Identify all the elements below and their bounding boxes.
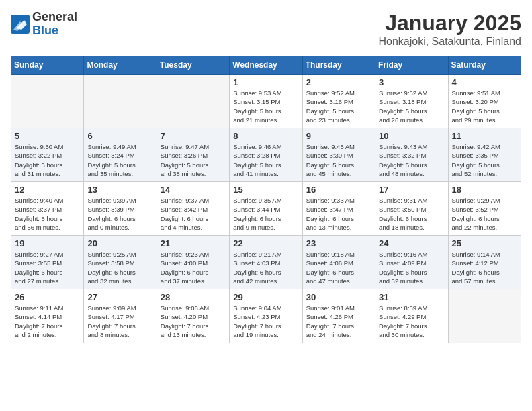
day-number: 24 <box>379 238 444 248</box>
day-info: Sunrise: 9:35 AM Sunset: 3:44 PM Dayligh… <box>233 196 298 232</box>
day-number: 16 <box>306 185 371 195</box>
calendar-day-cell: 2Sunrise: 9:52 AM Sunset: 3:16 PM Daylig… <box>302 75 375 128</box>
day-info: Sunrise: 9:21 AM Sunset: 4:03 PM Dayligh… <box>233 250 298 285</box>
day-info: Sunrise: 9:52 AM Sunset: 3:18 PM Dayligh… <box>379 89 444 124</box>
day-number: 19 <box>15 238 80 248</box>
calendar-day-cell: 18Sunrise: 9:29 AM Sunset: 3:52 PM Dayli… <box>448 182 521 236</box>
day-number: 5 <box>15 131 80 141</box>
day-info: Sunrise: 9:01 AM Sunset: 4:26 PM Dayligh… <box>306 304 371 339</box>
calendar-day-cell: 30Sunrise: 9:01 AM Sunset: 4:26 PM Dayli… <box>302 289 375 343</box>
calendar-day-cell: 24Sunrise: 9:16 AM Sunset: 4:09 PM Dayli… <box>375 236 448 289</box>
day-info: Sunrise: 9:37 AM Sunset: 3:42 PM Dayligh… <box>161 196 226 232</box>
calendar-day-cell <box>11 75 84 128</box>
day-info: Sunrise: 9:25 AM Sunset: 3:58 PM Dayligh… <box>87 250 152 285</box>
calendar-week-row: 5Sunrise: 9:50 AM Sunset: 3:22 PM Daylig… <box>11 128 521 182</box>
calendar-day-cell: 28Sunrise: 9:06 AM Sunset: 4:20 PM Dayli… <box>157 289 229 343</box>
day-number: 4 <box>452 77 517 87</box>
calendar-day-cell: 16Sunrise: 9:33 AM Sunset: 3:47 PM Dayli… <box>302 182 375 236</box>
day-number: 22 <box>233 238 298 248</box>
calendar-day-cell: 29Sunrise: 9:04 AM Sunset: 4:23 PM Dayli… <box>230 289 302 343</box>
day-info: Sunrise: 9:06 AM Sunset: 4:20 PM Dayligh… <box>161 304 226 339</box>
day-number: 11 <box>452 131 517 141</box>
day-info: Sunrise: 9:43 AM Sunset: 3:32 PM Dayligh… <box>379 142 444 178</box>
calendar-day-cell: 19Sunrise: 9:27 AM Sunset: 3:55 PM Dayli… <box>11 236 84 289</box>
day-info: Sunrise: 9:45 AM Sunset: 3:30 PM Dayligh… <box>306 142 371 178</box>
title-section: January 2025 Honkajoki, Satakunta, Finla… <box>378 11 521 48</box>
calendar-week-row: 26Sunrise: 9:11 AM Sunset: 4:14 PM Dayli… <box>11 289 521 343</box>
day-header-sunday: Sunday <box>11 56 84 75</box>
calendar-day-cell: 8Sunrise: 9:46 AM Sunset: 3:28 PM Daylig… <box>230 128 302 182</box>
day-number: 15 <box>233 185 298 195</box>
day-header-monday: Monday <box>84 56 157 75</box>
logo-text: General Blue <box>32 11 77 38</box>
day-number: 7 <box>161 131 226 141</box>
day-info: Sunrise: 9:39 AM Sunset: 3:39 PM Dayligh… <box>87 196 152 232</box>
day-number: 31 <box>379 292 444 302</box>
calendar-day-cell: 7Sunrise: 9:47 AM Sunset: 3:26 PM Daylig… <box>157 128 229 182</box>
day-info: Sunrise: 9:49 AM Sunset: 3:24 PM Dayligh… <box>87 142 152 178</box>
calendar-day-cell: 23Sunrise: 9:18 AM Sunset: 4:06 PM Dayli… <box>302 236 375 289</box>
day-header-saturday: Saturday <box>448 56 521 75</box>
calendar-title: January 2025 <box>378 11 521 36</box>
logo: General Blue <box>11 11 77 38</box>
calendar-week-row: 12Sunrise: 9:40 AM Sunset: 3:37 PM Dayli… <box>11 182 521 236</box>
day-info: Sunrise: 9:29 AM Sunset: 3:52 PM Dayligh… <box>452 196 517 232</box>
day-info: Sunrise: 9:23 AM Sunset: 4:00 PM Dayligh… <box>161 250 226 285</box>
calendar-day-cell: 6Sunrise: 9:49 AM Sunset: 3:24 PM Daylig… <box>84 128 157 182</box>
day-info: Sunrise: 8:59 AM Sunset: 4:29 PM Dayligh… <box>379 304 444 339</box>
logo-icon <box>11 15 30 34</box>
day-info: Sunrise: 9:33 AM Sunset: 3:47 PM Dayligh… <box>306 196 371 232</box>
day-number: 12 <box>15 185 80 195</box>
calendar-day-cell: 22Sunrise: 9:21 AM Sunset: 4:03 PM Dayli… <box>230 236 302 289</box>
day-number: 21 <box>161 238 226 248</box>
page-header: General Blue January 2025 Honkajoki, Sat… <box>11 11 521 48</box>
day-number: 23 <box>306 238 371 248</box>
day-info: Sunrise: 9:53 AM Sunset: 3:15 PM Dayligh… <box>233 89 298 124</box>
day-info: Sunrise: 9:47 AM Sunset: 3:26 PM Dayligh… <box>161 142 226 178</box>
day-header-wednesday: Wednesday <box>230 56 302 75</box>
day-number: 8 <box>233 131 298 141</box>
day-number: 17 <box>379 185 444 195</box>
calendar-day-cell: 15Sunrise: 9:35 AM Sunset: 3:44 PM Dayli… <box>230 182 302 236</box>
calendar-day-cell: 26Sunrise: 9:11 AM Sunset: 4:14 PM Dayli… <box>11 289 84 343</box>
day-info: Sunrise: 9:31 AM Sunset: 3:50 PM Dayligh… <box>379 196 444 232</box>
calendar-day-cell: 31Sunrise: 8:59 AM Sunset: 4:29 PM Dayli… <box>375 289 448 343</box>
calendar-day-cell: 21Sunrise: 9:23 AM Sunset: 4:00 PM Dayli… <box>157 236 229 289</box>
calendar-day-cell <box>84 75 157 128</box>
logo-blue: Blue <box>32 24 77 38</box>
day-number: 14 <box>161 185 226 195</box>
day-info: Sunrise: 9:16 AM Sunset: 4:09 PM Dayligh… <box>379 250 444 285</box>
calendar-table: SundayMondayTuesdayWednesdayThursdayFrid… <box>11 56 521 343</box>
day-info: Sunrise: 9:09 AM Sunset: 4:17 PM Dayligh… <box>87 304 152 339</box>
day-number: 27 <box>87 292 152 302</box>
calendar-day-cell <box>448 289 521 343</box>
calendar-day-cell: 13Sunrise: 9:39 AM Sunset: 3:39 PM Dayli… <box>84 182 157 236</box>
calendar-day-cell: 5Sunrise: 9:50 AM Sunset: 3:22 PM Daylig… <box>11 128 84 182</box>
day-info: Sunrise: 9:18 AM Sunset: 4:06 PM Dayligh… <box>306 250 371 285</box>
day-info: Sunrise: 9:40 AM Sunset: 3:37 PM Dayligh… <box>15 196 80 232</box>
day-info: Sunrise: 9:46 AM Sunset: 3:28 PM Dayligh… <box>233 142 298 178</box>
day-number: 25 <box>452 238 517 248</box>
day-header-friday: Friday <box>375 56 448 75</box>
day-number: 26 <box>15 292 80 302</box>
calendar-subtitle: Honkajoki, Satakunta, Finland <box>378 36 521 48</box>
calendar-day-cell: 4Sunrise: 9:51 AM Sunset: 3:20 PM Daylig… <box>448 75 521 128</box>
calendar-day-cell: 10Sunrise: 9:43 AM Sunset: 3:32 PM Dayli… <box>375 128 448 182</box>
day-number: 28 <box>161 292 226 302</box>
day-info: Sunrise: 9:11 AM Sunset: 4:14 PM Dayligh… <box>15 304 80 339</box>
calendar-day-cell: 27Sunrise: 9:09 AM Sunset: 4:17 PM Dayli… <box>84 289 157 343</box>
day-number: 2 <box>306 77 371 87</box>
day-info: Sunrise: 9:52 AM Sunset: 3:16 PM Dayligh… <box>306 89 371 124</box>
day-number: 18 <box>452 185 517 195</box>
logo-general: General <box>32 11 77 24</box>
day-number: 3 <box>379 77 444 87</box>
calendar-day-cell: 20Sunrise: 9:25 AM Sunset: 3:58 PM Dayli… <box>84 236 157 289</box>
calendar-day-cell: 11Sunrise: 9:42 AM Sunset: 3:35 PM Dayli… <box>448 128 521 182</box>
day-number: 10 <box>379 131 444 141</box>
calendar-day-cell: 14Sunrise: 9:37 AM Sunset: 3:42 PM Dayli… <box>157 182 229 236</box>
day-number: 6 <box>87 131 152 141</box>
day-number: 29 <box>233 292 298 302</box>
day-info: Sunrise: 9:04 AM Sunset: 4:23 PM Dayligh… <box>233 304 298 339</box>
calendar-day-cell: 9Sunrise: 9:45 AM Sunset: 3:30 PM Daylig… <box>302 128 375 182</box>
day-number: 9 <box>306 131 371 141</box>
